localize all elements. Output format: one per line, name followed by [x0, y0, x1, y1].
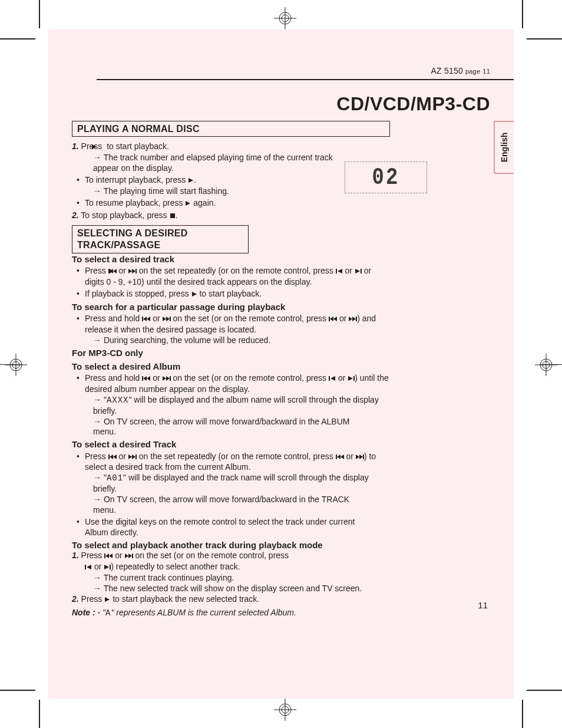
svg-rect-44 — [142, 376, 143, 381]
svg-rect-19 — [170, 213, 175, 218]
sub-select-album: To select a desired Album — [72, 361, 425, 372]
prev-icon — [329, 314, 337, 325]
svg-marker-24 — [128, 269, 132, 274]
pb-1-res1: The current track continues playing. — [72, 573, 425, 584]
svg-marker-18 — [186, 201, 190, 206]
sub-select-track: To select a desired track — [72, 253, 425, 265]
pb-1-res2: The new selected track will show on the … — [72, 584, 370, 594]
next-icon — [125, 551, 133, 562]
prev-icon — [142, 314, 150, 325]
play-icon — [188, 176, 194, 186]
svg-rect-38 — [329, 317, 330, 321]
svg-marker-48 — [166, 376, 170, 381]
svg-marker-61 — [337, 454, 340, 459]
skip-next-icon — [348, 374, 355, 384]
sub-mp3-only: For MP3-CD only — [72, 347, 425, 358]
svg-marker-17 — [189, 178, 193, 183]
sub-select-track2: To select a desired Track — [72, 439, 425, 450]
stop-icon — [170, 211, 176, 222]
svg-rect-27 — [336, 269, 337, 274]
bullet-select-album: Press and hold or on the set (or on the … — [72, 373, 391, 437]
bullet-digital-keys: Use the digital keys on the remote contr… — [72, 517, 379, 538]
play-icon — [104, 595, 110, 605]
svg-marker-67 — [105, 554, 109, 558]
bullet-if-stopped: If playback is stopped, press to start p… — [72, 289, 425, 300]
svg-marker-16 — [92, 144, 97, 149]
search-result: During searching, the volume will be red… — [85, 335, 391, 346]
svg-marker-74 — [104, 565, 109, 569]
skip-prev-icon — [85, 562, 92, 573]
page-word: page — [465, 68, 480, 75]
next-icon — [356, 452, 364, 463]
svg-rect-72 — [85, 565, 86, 569]
prev-icon — [108, 266, 117, 277]
svg-marker-29 — [355, 269, 360, 274]
next-icon — [128, 266, 137, 277]
sub-search-passage: To search for a particular passage durin… — [72, 301, 425, 312]
bullet-resume: To resume playback, press again. — [72, 198, 425, 209]
svg-marker-39 — [330, 317, 333, 321]
step-1: 1. Press to start playback. — [72, 141, 425, 153]
svg-rect-50 — [329, 376, 330, 381]
svg-rect-20 — [108, 269, 110, 274]
svg-marker-31 — [192, 292, 197, 297]
registration-mark-right — [535, 354, 557, 376]
svg-marker-25 — [132, 269, 135, 274]
skip-next-icon — [355, 266, 362, 277]
svg-rect-54 — [108, 454, 110, 459]
skip-prev-icon — [329, 374, 336, 384]
header-pagenum: 11 — [482, 68, 490, 75]
prev-icon — [108, 452, 117, 463]
prev-icon — [142, 374, 150, 384]
svg-marker-36 — [166, 317, 170, 321]
svg-marker-52 — [348, 376, 353, 381]
track-disp: "A01" will be displayed and the track na… — [85, 473, 391, 495]
model-number: AZ 5150 — [431, 66, 463, 75]
next-icon — [163, 374, 171, 384]
svg-marker-51 — [330, 376, 335, 381]
next-icon — [163, 314, 171, 325]
svg-marker-28 — [338, 269, 342, 274]
language-label: English — [500, 133, 509, 163]
bullet-interrupt: To interrupt playback, press . The playi… — [72, 175, 425, 197]
album-disp: "AXXX" will be displayed and the album n… — [85, 395, 391, 417]
skip-next-icon — [104, 562, 111, 573]
interrupt-result: The playing time will start flashing. — [85, 186, 425, 197]
svg-marker-73 — [87, 565, 91, 569]
step-pb-2: 2. Press to start playback the new selec… — [72, 594, 425, 605]
content-column: PLAYING A NORMAL DISC 1. Press to start … — [72, 121, 425, 618]
play-icon — [191, 289, 197, 300]
page-background: AZ 5150 page 11 CD/VCD/MP3-CD English 02… — [48, 29, 514, 699]
registration-mark-top — [274, 7, 296, 29]
svg-marker-69 — [125, 554, 128, 558]
svg-marker-42 — [352, 317, 356, 321]
step-1-result: The track number and elapsed playing tim… — [72, 153, 352, 174]
registration-mark-left — [5, 354, 27, 376]
header-rule — [97, 79, 514, 80]
svg-rect-32 — [142, 317, 143, 321]
album-tv: On TV screen, the arrow will move forwar… — [85, 417, 364, 438]
svg-marker-64 — [359, 454, 363, 459]
prev-icon — [336, 452, 344, 463]
svg-marker-55 — [110, 454, 113, 459]
header-text: AZ 5150 page 11 — [431, 66, 490, 75]
bullet-select-track2: Press or on the set repeatedly (or on th… — [72, 452, 391, 516]
note-line: Note : - "A" represents ALBUM is the cur… — [72, 608, 425, 619]
footer-pagenum: 11 — [478, 600, 488, 610]
next-icon — [128, 452, 137, 463]
section-title: CD/VCD/MP3-CD — [336, 93, 490, 115]
track-tv: On TV screen, the arrow will move forwar… — [85, 495, 364, 516]
bullet-search: Press and hold or on the set (or on the … — [72, 314, 391, 346]
registration-mark-bottom — [274, 699, 296, 721]
language-tab: English — [494, 121, 514, 174]
svg-marker-57 — [128, 454, 132, 459]
svg-marker-45 — [143, 376, 147, 381]
next-icon — [349, 314, 357, 325]
svg-rect-66 — [104, 554, 105, 558]
step-pb-1: 1. Press or on the set (or on the remote… — [72, 551, 366, 573]
svg-marker-76 — [105, 597, 110, 602]
svg-marker-58 — [132, 454, 135, 459]
bullet-select-track: Press or on the set repeatedly (or on th… — [72, 266, 391, 288]
play-icon — [185, 199, 191, 209]
heading-playing-normal-disc: PLAYING A NORMAL DISC — [72, 121, 390, 137]
